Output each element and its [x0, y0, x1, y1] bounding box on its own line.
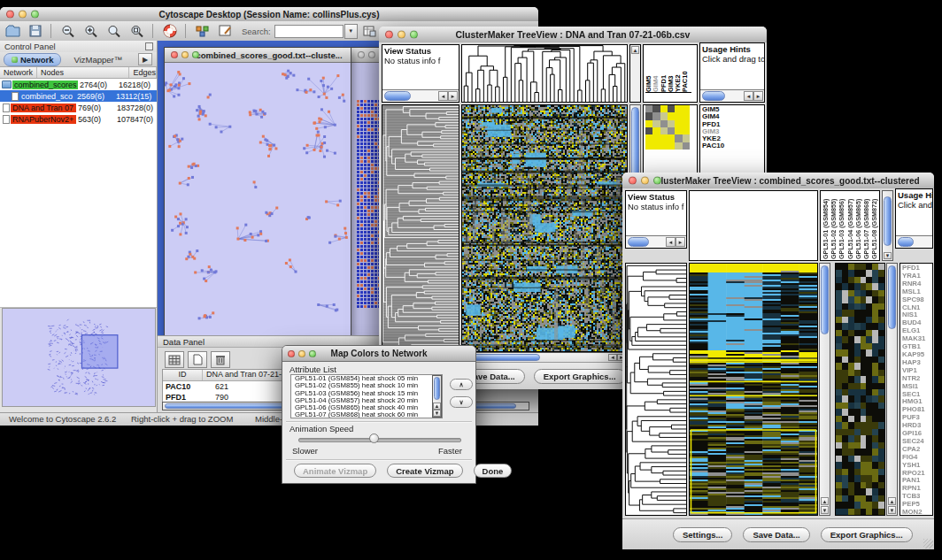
scroll-down-icon[interactable]: ▼ [884, 252, 892, 259]
row-dendrogram-pane[interactable] [382, 104, 459, 352]
tab-overflow-button[interactable]: ▶ [138, 53, 152, 65]
open-folder-icon[interactable] [2, 23, 23, 39]
scroll-left-icon[interactable]: ◄ [438, 91, 448, 101]
scroll-up-icon[interactable]: ▲ [888, 497, 896, 505]
column-dendrogram-pane[interactable] [461, 44, 628, 103]
zoom-heatmap-canvas[interactable] [836, 264, 884, 515]
zoom-button[interactable] [410, 31, 418, 39]
column-label[interactable]: PAC10 [682, 46, 689, 92]
minimize-button[interactable] [19, 11, 27, 19]
zoom-out-icon[interactable] [58, 23, 79, 39]
search-options-icon[interactable] [359, 23, 381, 39]
zoom-button[interactable] [309, 350, 316, 357]
scroll-right-icon[interactable]: ► [676, 237, 685, 247]
usage-hints-scrollbar[interactable]: ◄ ► [700, 89, 764, 102]
column-dendrogram-canvas[interactable] [462, 45, 627, 102]
scroll-up-icon[interactable]: ▲ [821, 497, 829, 505]
column-label[interactable]: GPL51-03 (GSM856) [838, 192, 846, 259]
scroll-up-icon[interactable]: ▲ [631, 46, 639, 54]
move-up-button[interactable]: ∧ [450, 379, 473, 390]
scroll-down-icon[interactable]: ▼ [433, 410, 441, 417]
column-label[interactable]: GPL51-01 (GSM854) [822, 192, 830, 259]
view-status-scrollbar[interactable]: ◄ ► [626, 235, 686, 248]
column-dendrogram-pane[interactable] [689, 190, 818, 261]
treeview-action-button[interactable]: Export Graphics... [821, 527, 913, 542]
gene-label[interactable]: PAC10 [702, 142, 764, 150]
column-label[interactable]: GPL51-02 (GSM855) [830, 192, 838, 259]
scroll-left-icon[interactable]: ◄ [744, 91, 753, 101]
network-table-row[interactable]: DNA and Tran 07 769(0) 183728(0) [0, 102, 157, 113]
scroll-left-icon[interactable]: ◄ [608, 354, 617, 361]
row-dendrogram-canvas[interactable] [382, 105, 459, 351]
dialog-action-button[interactable]: Done [474, 464, 513, 478]
usage-hints-scrollbar[interactable] [896, 235, 932, 248]
attribute-list[interactable]: GPL51-01 (GSM854) heat shock 05 minGPL51… [290, 374, 443, 418]
minimize-button[interactable] [398, 31, 405, 39]
minimize-button[interactable] [181, 51, 189, 58]
search-dropdown-arrow[interactable]: ▼ [344, 24, 358, 39]
close-button[interactable] [6, 11, 14, 19]
heatmap-vscrollbar[interactable]: ▲ ▼ [819, 263, 830, 516]
tab-vizmapper[interactable]: VizMapper™ [73, 55, 122, 65]
zoom-fit-icon[interactable] [127, 23, 148, 39]
main-titlebar[interactable]: Cytoscape Desktop (Session Name: collins… [0, 7, 538, 22]
scrollbar-thumb[interactable] [888, 265, 896, 329]
column-header[interactable]: Edges [129, 67, 157, 78]
row-dendrogram-canvas[interactable] [626, 264, 686, 515]
zoom-button[interactable] [653, 177, 661, 185]
dialog-action-button[interactable]: Animate Vizmap [294, 464, 376, 478]
treeview-action-button[interactable]: Settings... [673, 527, 732, 542]
scroll-down-icon[interactable]: ▼ [888, 506, 896, 514]
zoom-button[interactable] [192, 51, 199, 58]
network-window1-titlebar[interactable]: combined_scores_good.txt--cluste... [165, 48, 351, 63]
slider-thumb[interactable] [369, 433, 379, 443]
scrollbar-thumb[interactable] [384, 91, 411, 101]
column-label[interactable]: GPL51-07 (GSM868) [863, 192, 871, 259]
scrollbar-thumb[interactable] [898, 237, 914, 247]
help-ring-icon[interactable] [159, 23, 181, 39]
scrollbar-thumb[interactable] [884, 196, 892, 246]
zoom-in-icon[interactable] [81, 23, 102, 39]
heatmap-pane[interactable] [689, 263, 818, 516]
heatmap-canvas[interactable] [690, 264, 817, 515]
network-table-row[interactable]: combined_scores 2764(0) 16218(0) [0, 79, 157, 90]
column-label[interactable]: GPL51-04 (GSM857) [847, 192, 855, 259]
network-table-row[interactable]: RNAPuberNov2+ 563(0) 107847(0) [0, 113, 157, 125]
close-button[interactable] [171, 51, 178, 58]
dialog-titlebar[interactable]: Map Colors to Network [282, 346, 475, 362]
minimize-button[interactable] [368, 51, 375, 58]
scrollbar-thumb[interactable] [821, 265, 829, 334]
column-label[interactable]: GPL51-08 (GSM872) [871, 192, 878, 259]
column-label[interactable]: PFD1 [660, 46, 668, 92]
heatmap-pane[interactable] [461, 104, 628, 352]
network-view-window-1[interactable]: combined_scores_good.txt--cluste... [164, 47, 351, 338]
minimize-button[interactable] [641, 177, 649, 185]
treeview-action-button[interactable]: Export Graphics... [534, 369, 626, 384]
treeview2-titlebar[interactable]: ClusterMaker TreeView : combined_scores_… [622, 173, 934, 189]
column-header[interactable]: Nodes [37, 67, 129, 78]
view-status-scrollbar[interactable]: ◄ ► [382, 89, 459, 102]
zoom-vscrollbar[interactable]: ▲ ▼ [886, 263, 898, 516]
float-panel-icon[interactable] [145, 42, 153, 50]
scroll-down-icon[interactable]: ▼ [821, 506, 829, 514]
modify-network-icon[interactable] [192, 23, 213, 39]
search-input[interactable] [274, 25, 344, 38]
close-button[interactable] [629, 177, 637, 185]
close-button[interactable] [385, 31, 393, 39]
scrollbar-thumb[interactable] [434, 377, 440, 400]
column-label[interactable]: GIM4 [652, 46, 660, 92]
network-table-header[interactable]: NetworkNodesEdges [0, 67, 157, 79]
scroll-right-icon[interactable]: ► [448, 91, 458, 101]
zoom-heatmap-pane[interactable] [835, 263, 885, 516]
annotation-icon[interactable] [215, 23, 236, 39]
move-down-button[interactable]: ∨ [450, 396, 473, 408]
id-column-header[interactable]: ID [163, 370, 203, 380]
close-button[interactable] [358, 51, 365, 58]
heatmap-canvas[interactable] [462, 105, 627, 351]
network-table-row[interactable]: combined_sco 2569(6) 13112(15) [0, 90, 157, 102]
scroll-right-icon[interactable]: ► [753, 91, 763, 101]
new-document-icon[interactable] [188, 351, 207, 368]
row-dendrogram-pane[interactable] [625, 263, 687, 516]
delete-trash-icon[interactable] [211, 351, 230, 368]
labels-vscrollbar[interactable]: ▼ [882, 190, 893, 261]
